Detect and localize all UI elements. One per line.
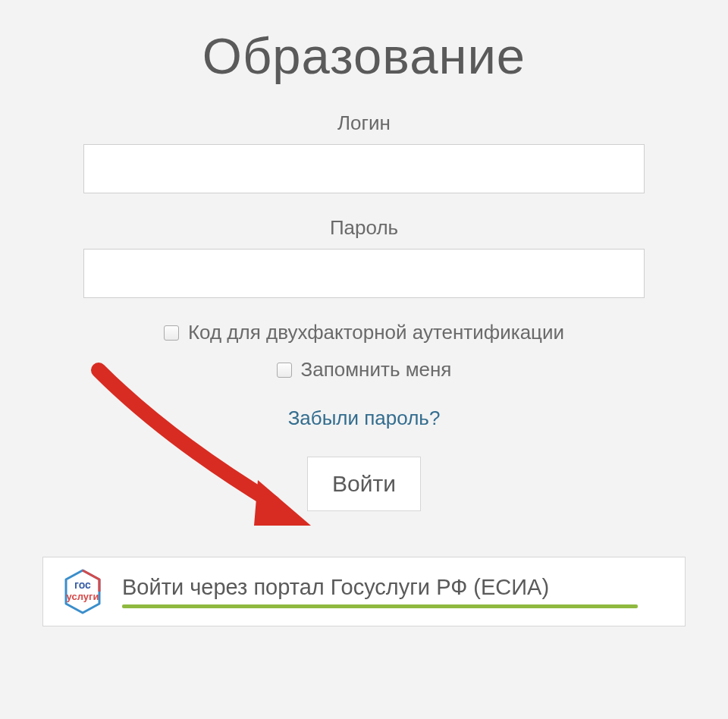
password-field-group: Пароль <box>30 216 698 298</box>
gosuslugi-login-button[interactable]: гос услуги Войти через портал Госуслуги … <box>42 557 686 626</box>
password-label: Пароль <box>330 216 398 240</box>
login-field-group: Логин <box>30 111 698 193</box>
annotation-underline <box>122 604 638 608</box>
two-factor-label: Код для двухфакторной аутентификации <box>188 321 564 344</box>
login-input[interactable] <box>83 144 645 193</box>
svg-text:гос: гос <box>74 579 91 591</box>
two-factor-row: Код для двухфакторной аутентификации <box>164 321 564 344</box>
login-button[interactable]: Войти <box>307 457 421 511</box>
login-label: Логин <box>337 111 391 135</box>
remember-row: Запомнить меня <box>277 358 452 381</box>
remember-checkbox[interactable] <box>277 363 292 378</box>
remember-label: Запомнить меня <box>301 358 452 381</box>
two-factor-checkbox[interactable] <box>164 325 179 341</box>
login-form-container: Образование Логин Пароль Код для двухфак… <box>0 0 728 626</box>
gosuslugi-logo-icon: гос услуги <box>57 566 108 617</box>
svg-text:услуги: услуги <box>67 591 99 602</box>
gosuslugi-label: Войти через портал Госуслуги РФ (ЕСИА) <box>122 575 549 600</box>
password-input[interactable] <box>83 249 645 298</box>
page-title: Образование <box>202 27 526 85</box>
gosuslugi-text-wrap: Войти через портал Госуслуги РФ (ЕСИА) <box>122 575 671 608</box>
forgot-password-link[interactable]: Забыли пароль? <box>288 407 441 430</box>
